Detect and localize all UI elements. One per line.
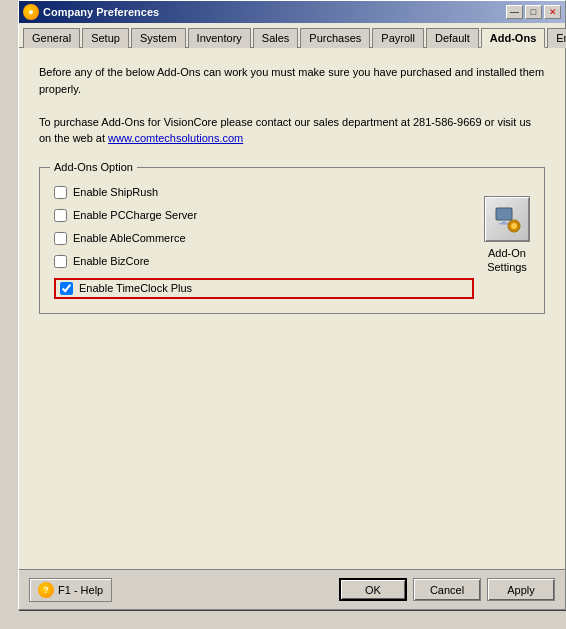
pccharge-label: Enable PCCharge Server xyxy=(73,209,197,221)
left-sidebar xyxy=(0,0,18,629)
timeclock-item: Enable TimeClock Plus xyxy=(54,278,474,299)
ablecommerce-checkbox[interactable] xyxy=(54,232,67,245)
tab-default[interactable]: Default xyxy=(426,28,479,48)
svg-rect-0 xyxy=(496,208,512,220)
tab-sales[interactable]: Sales xyxy=(253,28,299,48)
title-buttons: — □ ✕ xyxy=(506,5,561,19)
cancel-button[interactable]: Cancel xyxy=(413,578,481,601)
addon-settings-col: Add-OnSettings xyxy=(484,186,530,299)
tab-general[interactable]: General xyxy=(23,28,80,48)
minimize-button[interactable]: — xyxy=(506,5,523,19)
intro-paragraph-1: Before any of the below Add-Ons can work… xyxy=(39,64,545,97)
title-bar: ● Company Preferences — □ ✕ xyxy=(19,1,565,23)
svg-rect-2 xyxy=(499,223,509,225)
addon-settings-icon xyxy=(492,204,522,234)
shiprush-label: Enable ShipRush xyxy=(73,186,158,198)
intro-paragraph-2: To purchase Add-Ons for VisionCore pleas… xyxy=(39,114,545,147)
checkboxes-column: Enable ShipRush Enable PCCharge Server E… xyxy=(54,186,474,299)
tab-bar: General Setup System Inventory Sales Pur… xyxy=(19,23,565,47)
tab-email-setup[interactable]: Email Setup xyxy=(547,28,566,48)
close-button[interactable]: ✕ xyxy=(544,5,561,19)
timeclock-label: Enable TimeClock Plus xyxy=(79,282,192,294)
svg-rect-8 xyxy=(518,225,521,227)
intro-section: Before any of the below Add-Ons can work… xyxy=(39,64,545,147)
addon-settings-icon-box[interactable] xyxy=(484,196,530,242)
timeclock-checkbox[interactable] xyxy=(60,282,73,295)
help-icon: ? xyxy=(38,582,54,598)
ablecommerce-item: Enable AbleCommerce xyxy=(54,232,474,245)
ok-button[interactable]: OK xyxy=(339,578,407,601)
company-preferences-window: ● Company Preferences — □ ✕ General Setu… xyxy=(18,0,566,610)
apply-button[interactable]: Apply xyxy=(487,578,555,601)
window-icon: ● xyxy=(23,4,39,20)
tab-payroll[interactable]: Payroll xyxy=(372,28,424,48)
bizcore-checkbox[interactable] xyxy=(54,255,67,268)
tab-system[interactable]: System xyxy=(131,28,186,48)
svg-rect-7 xyxy=(508,225,511,227)
svg-rect-5 xyxy=(513,220,515,223)
bizcore-label: Enable BizCore xyxy=(73,255,149,267)
tab-setup[interactable]: Setup xyxy=(82,28,129,48)
group-box-inner: Enable ShipRush Enable PCCharge Server E… xyxy=(54,186,530,299)
ablecommerce-label: Enable AbleCommerce xyxy=(73,232,186,244)
shiprush-checkbox[interactable] xyxy=(54,186,67,199)
window-title: Company Preferences xyxy=(43,6,502,18)
svg-rect-1 xyxy=(502,220,506,223)
tab-addons[interactable]: Add-Ons xyxy=(481,28,545,48)
svg-rect-6 xyxy=(513,229,515,232)
footer: ? F1 - Help OK Cancel Apply xyxy=(19,569,565,609)
svg-point-4 xyxy=(511,223,517,229)
addon-settings-label: Add-OnSettings xyxy=(487,246,527,275)
intro-link[interactable]: www.comtechsolutions.com xyxy=(108,132,243,144)
pccharge-item: Enable PCCharge Server xyxy=(54,209,474,222)
group-box-title: Add-Ons Option xyxy=(50,161,137,173)
footer-buttons: OK Cancel Apply xyxy=(339,578,555,601)
maximize-button[interactable]: □ xyxy=(525,5,542,19)
bizcore-item: Enable BizCore xyxy=(54,255,474,268)
shiprush-item: Enable ShipRush xyxy=(54,186,474,199)
tab-purchases[interactable]: Purchases xyxy=(300,28,370,48)
help-label: F1 - Help xyxy=(58,584,103,596)
addons-option-group: Add-Ons Option Enable ShipRush Enable PC… xyxy=(39,167,545,314)
tab-inventory[interactable]: Inventory xyxy=(188,28,251,48)
pccharge-checkbox[interactable] xyxy=(54,209,67,222)
help-button[interactable]: ? F1 - Help xyxy=(29,578,112,602)
content-area: Before any of the below Add-Ons can work… xyxy=(19,47,565,569)
